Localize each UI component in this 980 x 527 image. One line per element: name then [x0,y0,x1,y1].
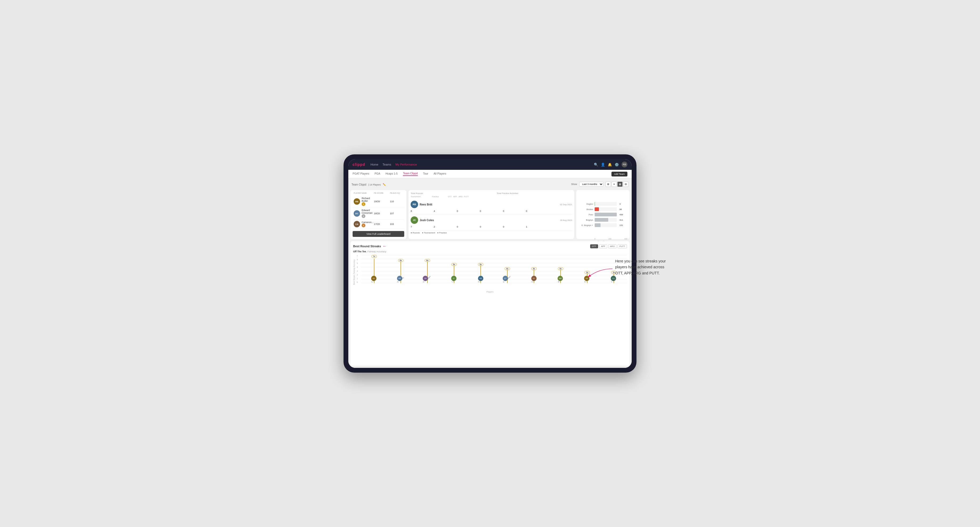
bar-row-eagles: Eagles 3 [578,202,627,206]
sc-col-ewert: 7x EE E. Ewert [361,255,387,283]
table-view-button[interactable]: ⊟ [623,181,628,187]
sc-col-miller: 4x MM M. Miller [547,255,574,283]
user-icon[interactable]: 👤 [601,163,605,167]
nav-home[interactable]: Home [371,163,378,166]
avatar: RB [354,198,360,205]
bar-row-double-bogeys: D. Bogeys + 131 [578,223,627,227]
rounds-sub-header: TournamentPracticeOTTAPPARGPUTT [410,195,572,197]
sc-col-mcherg: 6x BM B. McHerg [388,255,414,283]
x-axis-labels: 0 200 400 [578,238,627,240]
y-axis: 76543210 [357,255,361,290]
streak-bubble: 7x [371,255,377,258]
tab-pga[interactable]: PGA [374,172,380,176]
bar-row-bogeys: Bogeys 311 [578,218,627,222]
period-select[interactable]: Last 3 months [579,182,603,187]
view-full-leaderboard-button[interactable]: View Full Leaderboard [353,231,404,237]
list-item: RB Rees Britt 02 Sep 2023 8 4 0 0 0 0 [410,199,572,215]
streak-arrow-icon: ← [383,244,387,249]
rounds-header: Total Rounds Total Practice Activities [410,192,572,195]
search-icon[interactable]: 🔍 [594,163,598,167]
streak-bubble: 4x [531,267,536,270]
leaderboard-header: PLAYER NAME PB SCORE PB AVG SQ [353,192,404,194]
y-axis-label: Best Streak, Fairway Accuracy [353,255,357,290]
rank-badge: 3 [362,224,365,227]
avatar: EC [354,210,360,217]
streak-bubble: 6x [398,259,403,262]
settings-icon[interactable]: ⚙️ [615,163,619,167]
nav-links: Home Teams My Performance [371,163,589,166]
top-section: PLAYER NAME PB SCORE PB AVG SQ RB Richar… [350,190,630,239]
streak-bubble: 5x [478,263,483,266]
tab-hcaps[interactable]: Hcaps 1-5 [386,172,398,176]
streak-tabs: OTT APP ARG PUTT [590,244,627,248]
streak-bubble: 4x [558,267,563,270]
nav-my-performance[interactable]: My Performance [396,163,417,166]
streaks-section: Best Round Streaks ← OTT APP ARG PUTT Of… [350,241,630,366]
tab-ott[interactable]: OTT [590,244,598,248]
bell-icon[interactable]: 🔔 [608,163,612,167]
view-icons: ⊞ ≡ ▦ ⊟ [606,181,628,187]
rank-badge: 1 [362,202,365,206]
table-row: EC Edward Crossman 2 18/20 107 [353,208,404,220]
sc-col-coles: 5x JC J. Coles [441,255,467,283]
tab-putt[interactable]: PUTT [617,244,627,248]
player-cards-panel: Total Rounds Total Practice Activities T… [409,190,574,239]
annotation-text: Here you can see streaks your players ha… [615,258,671,276]
nav-icons: 🔍 👤 🔔 ⚙️ RB [594,162,627,167]
avatar: RB [410,201,418,208]
streak-bubble: 4x [504,267,510,270]
edit-icon[interactable]: ✏️ [383,183,386,186]
tab-app[interactable]: APP [599,244,607,248]
table-row: RB Richard Butler 1 19/20 110 [353,195,404,208]
bar-row-pars: Pars 499 [578,213,627,216]
sc-col-ford: 4x DF D. Ford [521,255,547,283]
list-item: JC Josh Coles 26 Aug 2023 7 2 0 0 0 1 [410,215,572,230]
streak-bubble: 6x [425,259,430,262]
sc-col-britt: 5x RB R. Britt [468,255,494,283]
app-logo: clippd [353,162,365,167]
team-header: Team Clippd | 14 Players ✏️ Show Last 3 … [350,181,630,188]
annotation-arrow [583,266,615,282]
table-row: CA Cameron... 3 17/20 103 [353,220,404,229]
rank-badge: 2 [362,214,365,218]
sc-col-billingham: 6x DB D. Billingham [414,255,441,283]
show-controls: Show Last 3 months ⊞ ≡ ▦ ⊟ [571,181,628,187]
user-avatar[interactable]: RB [622,162,627,167]
grid-view-button[interactable]: ⊞ [606,181,611,187]
tab-tour[interactable]: Tour [423,172,428,176]
tab-all-players[interactable]: All Players [434,172,446,176]
avatar: JC [410,216,418,224]
bar-row-birdies: Birdies 96 [578,207,627,211]
rounds-legend: ● Rounds ● Tournament ● Practice [410,232,572,234]
sub-navigation: PGAT Players PGA Hcaps 1-5 Team Clippd T… [348,170,632,178]
tab-pgat[interactable]: PGAT Players [353,172,369,176]
tablet-device: clippd Home Teams My Performance 🔍 👤 🔔 ⚙… [344,154,636,373]
leaderboard-panel: PLAYER NAME PB SCORE PB AVG SQ RB Richar… [350,190,406,239]
team-title: Team Clippd | 14 Players ✏️ [352,182,386,187]
avatar: CA [354,221,360,227]
chart-view-button[interactable]: ▦ [617,181,623,187]
tab-team-clippd[interactable]: Team Clippd [403,172,418,176]
streak-subtitle: Off The Tee, Fairway Accuracy [353,250,627,253]
bar-chart-panel: Eagles 3 Birdies 96 [576,190,630,239]
streak-bubble: 5x [451,263,457,266]
bar-chart: Eagles 3 Birdies 96 [578,192,627,237]
streak-header: Best Round Streaks ← OTT APP ARG PUTT [353,244,627,249]
tab-arg[interactable]: ARG [608,244,616,248]
top-navigation: clippd Home Teams My Performance 🔍 👤 🔔 ⚙… [348,159,632,170]
tablet-screen: clippd Home Teams My Performance 🔍 👤 🔔 ⚙… [348,159,632,368]
add-team-button[interactable]: Add Team [611,171,627,176]
sc-col-crossman: 4x EC E. Crossman [494,255,520,283]
nav-teams[interactable]: Teams [383,163,391,166]
list-view-button[interactable]: ≡ [611,181,617,187]
x-axis-label: Players [353,290,627,293]
